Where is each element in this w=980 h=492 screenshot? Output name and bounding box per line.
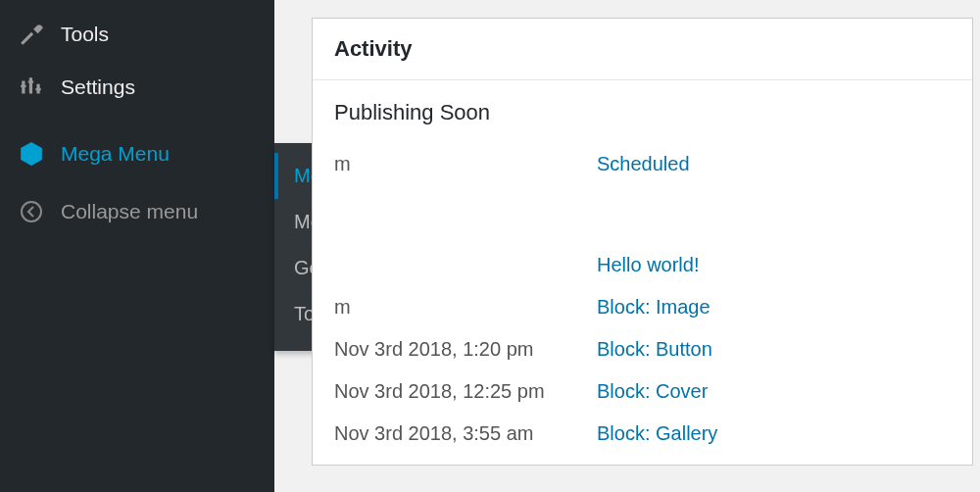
activity-row: Hello world! <box>334 185 951 286</box>
sidebar-item-mega-menu[interactable]: Mega Menu <box>0 127 274 180</box>
activity-date: Nov 3rd 2018, 1:20 pm <box>334 338 579 361</box>
activity-link[interactable]: Block: Button <box>597 338 712 361</box>
activity-link[interactable]: Block: Image <box>597 296 710 319</box>
activity-row: m Block: Image <box>334 286 951 328</box>
activity-date: Nov 3rd 2018, 3:55 am <box>334 422 579 445</box>
sliders-icon <box>18 74 45 100</box>
collapse-icon <box>18 200 45 223</box>
activity-date: m <box>334 153 579 175</box>
activity-date: m <box>334 296 579 319</box>
sidebar-item-label: Collapse menu <box>61 200 198 223</box>
activity-link[interactable]: Block: Gallery <box>597 422 717 445</box>
panel-header: Activity <box>313 19 972 80</box>
svg-rect-4 <box>28 81 33 83</box>
activity-date: Nov 3rd 2018, 12:25 pm <box>334 380 579 403</box>
activity-row: m Scheduled <box>334 143 951 185</box>
activity-row: Nov 3rd 2018, 3:55 am Block: Gallery <box>334 413 951 455</box>
svg-rect-3 <box>21 85 25 87</box>
svg-rect-1 <box>29 77 32 93</box>
sidebar-item-settings[interactable]: Settings <box>0 61 274 114</box>
activity-rows: m Scheduled Hello world! m Block: Image … <box>313 139 972 465</box>
activity-row: Nov 3rd 2018, 12:25 pm Block: Cover <box>334 370 951 413</box>
sidebar-item-collapse[interactable]: Collapse menu <box>0 186 274 237</box>
cube-icon <box>18 141 45 167</box>
activity-panel: Activity Publishing Soon m Scheduled Hel… <box>312 18 973 466</box>
activity-link[interactable]: Block: Cover <box>597 380 708 403</box>
activity-link[interactable]: Scheduled <box>597 153 690 175</box>
sidebar-item-tools[interactable]: Tools <box>0 8 274 61</box>
admin-sidebar: Tools Settings Mega Menu Collapse menu <box>0 0 274 492</box>
sidebar-item-label: Tools <box>61 23 109 46</box>
activity-link[interactable]: Hello world! <box>597 254 699 276</box>
svg-rect-5 <box>35 88 40 90</box>
sidebar-item-label: Mega Menu <box>61 142 170 166</box>
activity-row: Nov 3rd 2018, 1:20 pm Block: Button <box>334 328 951 370</box>
sidebar-item-label: Settings <box>61 75 135 99</box>
wrench-icon <box>18 22 45 47</box>
svg-point-6 <box>22 202 41 221</box>
panel-subtitle: Publishing Soon <box>313 80 972 139</box>
